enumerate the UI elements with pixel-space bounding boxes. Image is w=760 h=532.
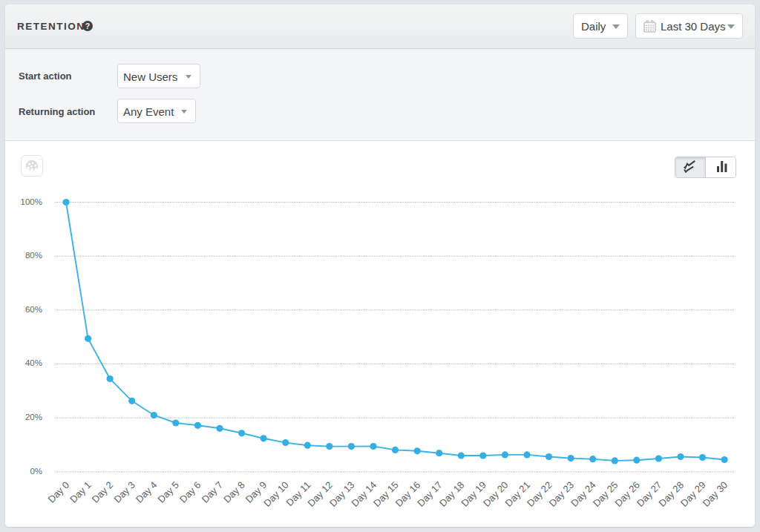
svg-text:Day 0: Day 0: [46, 479, 72, 505]
svg-text:Day 2: Day 2: [90, 479, 116, 505]
svg-text:100%: 100%: [21, 197, 42, 206]
svg-text:80%: 80%: [25, 251, 42, 260]
svg-text:Day 7: Day 7: [200, 479, 226, 505]
svg-text:Day 5: Day 5: [155, 479, 181, 505]
svg-text:60%: 60%: [25, 305, 42, 314]
svg-text:Day 3: Day 3: [111, 479, 137, 505]
svg-text:Day 1: Day 1: [68, 479, 94, 505]
svg-text:Day 4: Day 4: [134, 479, 160, 505]
svg-text:Day 30: Day 30: [701, 479, 730, 509]
svg-text:20%: 20%: [25, 413, 42, 421]
svg-text:Day 10: Day 10: [261, 479, 291, 509]
svg-text:Day 6: Day 6: [177, 479, 203, 505]
svg-text:40%: 40%: [25, 358, 42, 367]
svg-text:0%: 0%: [30, 467, 42, 476]
svg-text:Day 8: Day 8: [221, 479, 247, 505]
